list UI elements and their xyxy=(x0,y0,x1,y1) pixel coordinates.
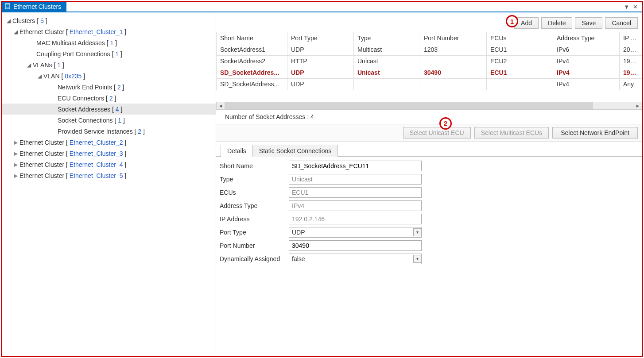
cell: IPv4 xyxy=(553,67,620,78)
cancel-button[interactable]: Cancel xyxy=(605,17,638,29)
toolbar: 1 Add Delete Save Cancel xyxy=(216,12,642,32)
tree-vlan[interactable]: ◢ VLAN [ 0x235 ] xyxy=(2,70,216,81)
scroll-track[interactable] xyxy=(225,102,634,109)
tree-ethernet-cluster-3[interactable]: ▶ Ethernet Cluster [ Ethernet_Cluster_3 … xyxy=(2,148,216,159)
select-unicast-ecu-button[interactable]: Select Unicast ECU xyxy=(403,127,471,139)
caret-right-icon[interactable]: ▶ xyxy=(12,139,19,146)
horizontal-scrollbar[interactable]: ◄ ► xyxy=(216,102,642,110)
caret-down-icon[interactable]: ◢ xyxy=(12,29,19,35)
ip-address-input xyxy=(289,214,422,224)
socket-address-table: Short Name Port Type Type Port Number EC… xyxy=(216,32,642,110)
col-ip-addr[interactable]: IP Addr xyxy=(620,32,642,44)
cell: 2001:db xyxy=(620,44,642,55)
cell: 192.0.2. xyxy=(620,55,642,67)
scroll-right-icon[interactable]: ► xyxy=(634,102,642,109)
sidebar: ◢ Clusters [ 5 ] ◢ Ethernet Cluster [ Et… xyxy=(2,12,216,356)
caret-right-icon[interactable]: ▶ xyxy=(12,162,19,168)
cluster-link[interactable]: Ethernet_Cluster_2 xyxy=(70,139,123,146)
field-ecus: ECUs xyxy=(218,186,640,199)
tab-static-socket-connections[interactable]: Static Socket Connections xyxy=(252,145,338,157)
caret-down-icon[interactable]: ◢ xyxy=(26,62,32,68)
chevron-down-icon: ▾ xyxy=(413,255,421,263)
label: Type xyxy=(218,176,289,183)
scroll-thumb[interactable] xyxy=(225,102,593,109)
tab-details[interactable]: Details xyxy=(221,145,253,157)
col-port-number[interactable]: Port Number xyxy=(420,32,487,44)
cluster-link[interactable]: Ethernet_Cluster_5 xyxy=(70,172,123,179)
close-icon[interactable]: ✕ xyxy=(633,4,638,10)
caret-down-icon[interactable]: ◢ xyxy=(36,73,43,79)
field-address-type: Address Type xyxy=(218,199,640,212)
cluster-link[interactable]: Ethernet_Cluster_3 xyxy=(70,150,123,157)
caret-right-icon[interactable]: ▶ xyxy=(12,173,19,179)
col-short-name[interactable]: Short Name xyxy=(217,32,287,44)
detail-tabs: Details Static Socket Connections xyxy=(216,144,642,156)
col-address-type[interactable]: Address Type xyxy=(553,32,620,44)
add-button[interactable]: Add xyxy=(514,17,539,29)
col-port-type[interactable]: Port Type xyxy=(287,32,354,44)
tree-ethernet-cluster-1[interactable]: ◢ Ethernet Cluster [ Ethernet_Cluster_1 … xyxy=(2,26,216,37)
tree-label: VLAN xyxy=(43,73,60,80)
cell: 192.0.2 xyxy=(620,67,642,78)
cell xyxy=(354,78,420,90)
titlebar: Ethernet Clusters ▼ ✕ xyxy=(2,2,642,12)
tree-label: Ethernet Cluster xyxy=(19,28,64,35)
table-row-selected[interactable]: SD_SocketAddres... UDP Unicast 30490 ECU… xyxy=(217,67,642,78)
cell: UDP xyxy=(287,67,354,78)
cell: ECU1 xyxy=(487,44,553,55)
tree-label: Socket Addressses xyxy=(58,106,110,113)
tree-ethernet-cluster-4[interactable]: ▶ Ethernet Cluster [ Ethernet_Cluster_4 … xyxy=(2,159,216,170)
select-network-endpoint-button[interactable]: Select Network EndPoint xyxy=(552,127,638,139)
port-type-select[interactable]: UDP ▾ xyxy=(289,227,422,238)
cell xyxy=(420,78,487,90)
cell: 1203 xyxy=(420,44,487,55)
tree-socket-connections[interactable]: Socket Connections [ 1 ] xyxy=(2,115,216,126)
tree-label: MAC Multicast Addesses xyxy=(36,39,105,46)
content-pane: 1 Add Delete Save Cancel Short Name P xyxy=(216,12,642,356)
short-name-input[interactable] xyxy=(289,161,422,171)
cell: IPv4 xyxy=(553,55,620,67)
cell: Any xyxy=(620,78,642,90)
cluster-link[interactable]: Ethernet_Cluster_1 xyxy=(70,28,123,35)
tree-label: Network End Points xyxy=(58,84,112,91)
scroll-left-icon[interactable]: ◄ xyxy=(217,102,225,109)
col-ecus[interactable]: ECUs xyxy=(487,32,553,44)
table-row[interactable]: SocketAddress1 UDP Multicast 1203 ECU1 I… xyxy=(217,44,642,55)
save-button[interactable]: Save xyxy=(575,17,602,29)
tree-root-clusters[interactable]: ◢ Clusters [ 5 ] xyxy=(2,15,216,26)
dynamically-assigned-select[interactable]: false ▾ xyxy=(289,254,422,264)
chevron-down-icon: ▾ xyxy=(413,228,421,236)
label: IP Address xyxy=(218,216,289,223)
port-number-input[interactable] xyxy=(289,240,422,251)
table-row[interactable]: SocketAddress2 HTTP Unicast ECU2 IPv4 19… xyxy=(217,55,642,67)
tree-mac-multicast[interactable]: MAC Multicast Addesses [ 1 ] xyxy=(2,37,216,48)
cell: SocketAddress1 xyxy=(217,44,287,55)
tree-ecu-connectors[interactable]: ECU Connectors [ 2 ] xyxy=(2,92,216,104)
col-type[interactable]: Type xyxy=(354,32,420,44)
vlan-link[interactable]: 0x235 xyxy=(65,73,81,80)
tree-coupling-port[interactable]: Coupling Port Connections [ 1 ] xyxy=(2,48,216,59)
tree-label: VLANs xyxy=(33,62,52,69)
tree-provided-service-instances[interactable]: Provided Service Instances [ 2 ] xyxy=(2,126,216,137)
minimize-icon[interactable]: ▼ xyxy=(624,4,629,10)
tree-vlans[interactable]: ◢ VLANs [ 1 ] xyxy=(2,59,216,70)
tree-label: Ethernet Cluster xyxy=(19,161,64,168)
tree-socket-addresses[interactable]: Socket Addressses [ 4 ] xyxy=(2,104,216,115)
delete-button[interactable]: Delete xyxy=(541,17,572,29)
field-port-number: Port Number xyxy=(218,239,640,252)
tree-ethernet-cluster-5[interactable]: ▶ Ethernet Cluster [ Ethernet_Cluster_5 … xyxy=(2,170,216,181)
select-multicast-ecus-button[interactable]: Select Multicast ECUs xyxy=(474,127,549,139)
tree-ethernet-cluster-2[interactable]: ▶ Ethernet Cluster [ Ethernet_Cluster_2 … xyxy=(2,137,216,148)
cell: Unicast xyxy=(354,67,420,78)
cluster-link[interactable]: Ethernet_Cluster_4 xyxy=(70,161,123,168)
tree-network-endpoints[interactable]: Network End Points [ 2 ] xyxy=(2,81,216,92)
cell xyxy=(420,55,487,67)
caret-right-icon[interactable]: ▶ xyxy=(12,150,19,157)
caret-down-icon[interactable]: ◢ xyxy=(5,18,12,24)
window-title: Ethernet Clusters xyxy=(13,3,61,10)
cell: Unicast xyxy=(354,55,420,67)
table-row[interactable]: SD_SocketAddress... UDP IPv4 Any xyxy=(217,78,642,90)
cell: IPv6 xyxy=(553,44,620,55)
cell: 30490 xyxy=(420,67,487,78)
window-tab[interactable]: Ethernet Clusters xyxy=(2,2,66,12)
